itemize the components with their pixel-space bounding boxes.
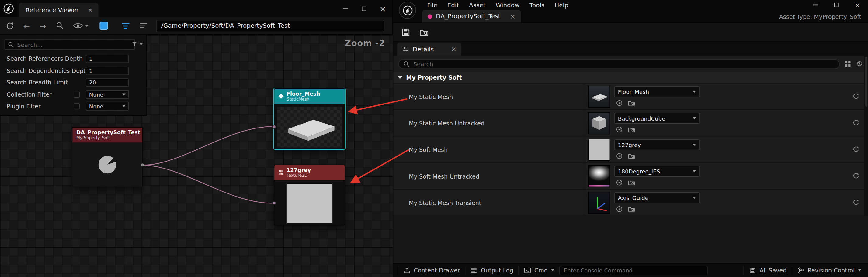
graph-node-da-propertysoft-test[interactable]: DA_PropertySoft_Test MyProperty_Soft (72, 127, 143, 186)
input-pin[interactable] (272, 201, 276, 205)
console-icon (524, 267, 531, 274)
sort-edit-icon[interactable] (140, 22, 148, 29)
details-search-input[interactable] (413, 61, 835, 67)
asset-dropdown[interactable]: 127grey (614, 139, 700, 150)
content-drawer-button[interactable]: Content Drawer (403, 267, 460, 274)
close-icon[interactable]: × (510, 12, 516, 20)
window-controls: × (336, 0, 392, 17)
save-button[interactable] (401, 28, 411, 37)
browse-to-asset-icon[interactable] (628, 126, 636, 133)
display-options-icon[interactable] (844, 60, 851, 67)
asset-dropdown[interactable]: 180Degree_IES (614, 166, 700, 177)
reset-to-default-icon[interactable] (852, 119, 859, 126)
tab-reference-viewer[interactable]: Reference Viewer × (19, 3, 99, 17)
use-selected-asset-icon[interactable] (616, 206, 623, 213)
maximize-button[interactable] (354, 0, 373, 17)
details-scrollbar[interactable] (864, 56, 868, 216)
browse-to-asset-icon[interactable] (628, 206, 636, 213)
use-selected-asset-icon[interactable] (616, 126, 623, 133)
asset-thumbnail[interactable] (588, 112, 611, 134)
reset-to-default-icon[interactable] (852, 173, 859, 179)
refresh-icon[interactable] (5, 21, 14, 30)
browse-to-asset-icon[interactable] (628, 179, 636, 186)
maximize-button[interactable] (826, 0, 847, 10)
minimize-button[interactable] (336, 0, 354, 17)
dependencies-depth-input[interactable] (86, 67, 129, 75)
browse-to-asset-icon[interactable] (628, 99, 636, 107)
expand-arrow-icon[interactable] (398, 76, 402, 79)
graph-search-input[interactable] (17, 41, 132, 48)
asset-dropdown[interactable]: Axis_Guide (614, 192, 700, 203)
menu-window[interactable]: Window (491, 0, 525, 10)
output-pin[interactable] (141, 163, 145, 167)
graph-node-floor-mesh[interactable]: Floor_Mesh StaticMesh (274, 89, 345, 149)
asset-dropdown[interactable]: Floor_Mesh (614, 86, 700, 97)
option-row: Search Dependencies Depth (0, 66, 146, 76)
status-bar: Content Drawer Output Log Cmd All Saved (393, 263, 868, 277)
property-row-my-static-mesh: My Static Mesh Floor_Mesh (393, 83, 868, 110)
close-icon[interactable]: × (88, 6, 93, 14)
category-my-property-soft[interactable]: My Property Soft (393, 72, 868, 83)
browse-to-asset-button[interactable] (420, 28, 429, 37)
all-saved-button[interactable]: All Saved (749, 267, 786, 274)
asset-path-field[interactable]: /Game/Property/Soft/DA_PropertySoft_Test (156, 20, 384, 32)
use-selected-asset-icon[interactable] (616, 99, 623, 107)
close-button[interactable]: × (373, 0, 392, 17)
details-search-row (393, 56, 868, 72)
close-button[interactable]: × (847, 0, 868, 10)
asset-thumbnail[interactable] (588, 139, 611, 161)
plugin-filter-checkbox[interactable] (73, 103, 80, 109)
close-icon[interactable]: × (451, 45, 457, 53)
asset-dropdown-value: BackgroundCube (618, 115, 665, 121)
asset-thumbnail[interactable] (588, 165, 611, 187)
use-selected-asset-icon[interactable] (616, 152, 623, 160)
node-subtitle: MyProperty_Soft (76, 135, 140, 140)
console-command-input[interactable] (559, 266, 707, 275)
output-log-icon (470, 267, 478, 274)
tab-da-propertysoft-test[interactable]: DA_PropertySoft_Test × (422, 10, 521, 23)
menu-tools[interactable]: Tools (525, 0, 550, 10)
minimize-button[interactable] (805, 0, 826, 10)
settings-gear-icon[interactable] (856, 60, 863, 67)
option-label: Search Breadth Limit (7, 79, 68, 85)
menu-help[interactable]: Help (550, 0, 573, 10)
asset-dropdown[interactable]: BackgroundCube (614, 113, 700, 124)
graph-node-127grey[interactable]: 127grey Texture2D (274, 165, 345, 226)
reset-to-default-icon[interactable] (852, 199, 859, 206)
node-subtitle: Texture2D (286, 173, 311, 178)
asset-thumbnail[interactable] (588, 85, 611, 108)
search-filter-icon[interactable] (131, 41, 143, 48)
breadth-limit-input[interactable] (86, 78, 129, 86)
output-log-button[interactable]: Output Log (470, 267, 514, 274)
filters-icon[interactable] (121, 22, 130, 30)
tab-details[interactable]: Details × (397, 42, 461, 56)
unreal-logo-icon (399, 2, 416, 19)
input-pin[interactable] (272, 125, 276, 129)
browse-to-asset-icon[interactable] (628, 152, 636, 160)
revision-control-button[interactable]: Revision Control (797, 267, 861, 274)
referencers-depth-input[interactable] (86, 55, 129, 63)
plugin-filter-dropdown[interactable]: None (86, 102, 129, 110)
menu-asset[interactable]: Asset (464, 0, 491, 10)
option-label: Search Dependencies Depth (7, 67, 89, 74)
reset-to-default-icon[interactable] (852, 146, 859, 152)
menu-file[interactable]: File (422, 0, 442, 10)
node-thumbnail (277, 107, 342, 148)
visibility-eye-icon[interactable] (73, 23, 89, 29)
back-icon[interactable]: ← (23, 22, 30, 30)
reset-to-default-icon[interactable] (852, 93, 859, 100)
details-search-box[interactable] (398, 59, 840, 69)
node-title: Floor_Mesh (286, 91, 320, 97)
cmd-selector[interactable]: Cmd (524, 267, 554, 274)
menu-edit[interactable]: Edit (442, 0, 464, 10)
reference-graph-canvas[interactable]: Zoom -2 DA_PropertySoft_Test MyProperty_… (0, 35, 393, 277)
graph-search-box[interactable] (5, 39, 135, 50)
property-row-my-static-mesh-transient: My Static Mesh Transient Axis_Guide (393, 189, 868, 216)
forward-icon[interactable]: → (39, 22, 46, 30)
duplicate-filter-icon[interactable] (100, 22, 108, 30)
collection-filter-checkbox[interactable] (73, 92, 80, 98)
find-path-icon[interactable] (56, 22, 64, 30)
collection-filter-dropdown[interactable]: None (86, 90, 129, 99)
asset-thumbnail[interactable] (588, 192, 611, 214)
use-selected-asset-icon[interactable] (616, 179, 623, 186)
